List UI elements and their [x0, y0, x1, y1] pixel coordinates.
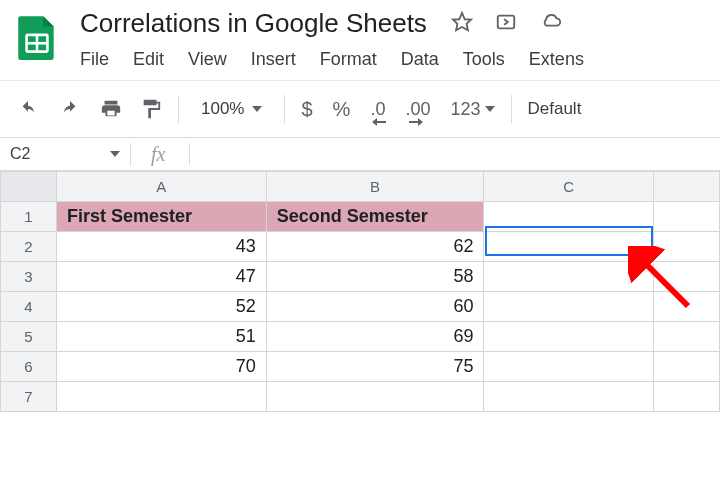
- cell-a5[interactable]: 51: [56, 322, 266, 352]
- cell-c1[interactable]: [484, 202, 654, 232]
- cell-d5[interactable]: [654, 322, 720, 352]
- cell-b4[interactable]: 60: [266, 292, 484, 322]
- cell-a3[interactable]: 47: [56, 262, 266, 292]
- row-head-4[interactable]: 4: [1, 292, 57, 322]
- cell-d7[interactable]: [654, 382, 720, 412]
- more-formats-button[interactable]: 123: [450, 99, 494, 120]
- menu-edit[interactable]: Edit: [133, 49, 164, 70]
- row-head-1[interactable]: 1: [1, 202, 57, 232]
- decrease-decimal-label: .0: [370, 99, 385, 120]
- cell-d3[interactable]: [654, 262, 720, 292]
- menu-data[interactable]: Data: [401, 49, 439, 70]
- cell-d4[interactable]: [654, 292, 720, 322]
- cell-a6[interactable]: 70: [56, 352, 266, 382]
- caret-down-icon: [485, 106, 495, 112]
- increase-decimal-button[interactable]: .00: [405, 99, 430, 120]
- cell-c3[interactable]: [484, 262, 654, 292]
- percent-button[interactable]: %: [333, 98, 351, 121]
- sheets-logo: [12, 12, 62, 62]
- more-formats-label: 123: [450, 99, 480, 120]
- undo-button[interactable]: [16, 99, 40, 119]
- svg-rect-4: [498, 16, 515, 29]
- cell-a4[interactable]: 52: [56, 292, 266, 322]
- zoom-select[interactable]: 100%: [201, 99, 262, 119]
- col-head-b[interactable]: B: [266, 172, 484, 202]
- cell-a2[interactable]: 43: [56, 232, 266, 262]
- row-head-6[interactable]: 6: [1, 352, 57, 382]
- cell-a1[interactable]: First Semester: [56, 202, 266, 232]
- redo-button[interactable]: [58, 99, 82, 119]
- menu-tools[interactable]: Tools: [463, 49, 505, 70]
- col-head-c[interactable]: C: [484, 172, 654, 202]
- increase-decimal-label: .00: [405, 99, 430, 120]
- row-head-3[interactable]: 3: [1, 262, 57, 292]
- col-head-a[interactable]: A: [56, 172, 266, 202]
- row-head-7[interactable]: 7: [1, 382, 57, 412]
- currency-button[interactable]: $: [301, 98, 312, 121]
- cell-c7[interactable]: [484, 382, 654, 412]
- cell-d6[interactable]: [654, 352, 720, 382]
- cell-d2[interactable]: [654, 232, 720, 262]
- row-head-2[interactable]: 2: [1, 232, 57, 262]
- cell-d1[interactable]: [654, 202, 720, 232]
- menu-extensions[interactable]: Extens: [529, 49, 584, 70]
- svg-marker-3: [453, 13, 471, 30]
- caret-down-icon: [252, 106, 262, 112]
- row-head-5[interactable]: 5: [1, 322, 57, 352]
- zoom-value: 100%: [201, 99, 244, 119]
- cell-c2[interactable]: [484, 232, 654, 262]
- menu-bar: File Edit View Insert Format Data Tools …: [80, 49, 708, 70]
- cell-b7[interactable]: [266, 382, 484, 412]
- cell-b2[interactable]: 62: [266, 232, 484, 262]
- cell-c5[interactable]: [484, 322, 654, 352]
- cell-c6[interactable]: [484, 352, 654, 382]
- menu-insert[interactable]: Insert: [251, 49, 296, 70]
- cell-b3[interactable]: 58: [266, 262, 484, 292]
- paint-format-button[interactable]: [140, 98, 162, 120]
- name-box[interactable]: C2: [0, 145, 130, 163]
- star-icon[interactable]: [451, 11, 473, 36]
- move-icon[interactable]: [495, 11, 517, 36]
- decrease-decimal-button[interactable]: .0: [370, 99, 385, 120]
- caret-down-icon: [110, 151, 120, 157]
- select-all-corner[interactable]: [1, 172, 57, 202]
- menu-format[interactable]: Format: [320, 49, 377, 70]
- doc-title[interactable]: Correlations in Google Sheets: [80, 8, 427, 39]
- spreadsheet-grid[interactable]: A B C 1 First Semester Second Semester 2…: [0, 171, 720, 412]
- cell-a7[interactable]: [56, 382, 266, 412]
- cell-b5[interactable]: 69: [266, 322, 484, 352]
- cell-c4[interactable]: [484, 292, 654, 322]
- cell-b1[interactable]: Second Semester: [266, 202, 484, 232]
- menu-view[interactable]: View: [188, 49, 227, 70]
- fx-label: fx: [130, 143, 181, 166]
- cell-b6[interactable]: 75: [266, 352, 484, 382]
- font-select[interactable]: Default: [528, 99, 582, 119]
- toolbar: 100% $ % .0 .00 123 Default: [0, 80, 720, 137]
- name-box-value: C2: [10, 145, 30, 163]
- print-button[interactable]: [100, 98, 122, 120]
- col-head-d[interactable]: [654, 172, 720, 202]
- menu-file[interactable]: File: [80, 49, 109, 70]
- cloud-status-icon[interactable]: [539, 11, 563, 36]
